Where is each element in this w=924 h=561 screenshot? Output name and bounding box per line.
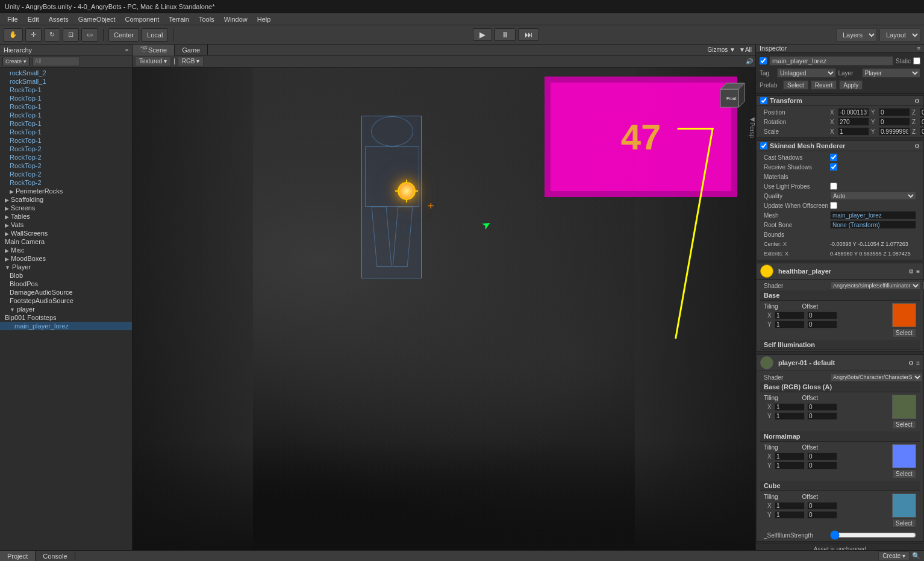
h-item-scaffolding[interactable]: ▶Scaffolding: [0, 195, 132, 204]
tab-game[interactable]: Game: [175, 45, 208, 55]
cube-tiling-x[interactable]: [775, 502, 805, 510]
healthbar-offset-y-field[interactable]: [807, 321, 837, 328]
skinned-mesh-header[interactable]: Skinned Mesh Renderer ⚙: [757, 141, 923, 151]
update-offscreen-checkbox[interactable]: [830, 202, 837, 209]
menu-file[interactable]: File: [2, 14, 23, 24]
hierarchy-create-btn[interactable]: Create ▾: [2, 57, 30, 66]
rgb-btn[interactable]: RGB ▾: [178, 57, 204, 66]
h-item-rocksmall2[interactable]: rockSmall_2: [0, 69, 132, 77]
h-item-rocktop1-3[interactable]: RockTop-1: [0, 102, 132, 111]
prefab-revert-btn[interactable]: Revert: [811, 80, 837, 90]
h-item-moodboxes[interactable]: ▶MoodBoxes: [0, 254, 132, 263]
healthbar-offset-x-field[interactable]: [807, 312, 837, 319]
pos-y-field[interactable]: [879, 108, 910, 116]
healthbar-tiling-y-field[interactable]: [775, 321, 805, 328]
scene-gizmo-cube[interactable]: Front: [714, 77, 751, 113]
transform-active[interactable]: [760, 97, 767, 104]
player-offset-y[interactable]: [807, 412, 837, 420]
cast-shadows-checkbox[interactable]: [830, 154, 837, 161]
scale-y-field[interactable]: [879, 127, 910, 136]
light-probes-checkbox[interactable]: [830, 183, 837, 190]
player-mat-header[interactable]: player-01 - default ⚙ ≡: [757, 355, 923, 371]
scale-x-field[interactable]: [838, 127, 869, 136]
cube-select-btn[interactable]: Select: [892, 519, 916, 528]
player-tex-swatch[interactable]: [892, 395, 916, 419]
transform-gear[interactable]: ⚙: [914, 98, 920, 104]
menu-terrain[interactable]: Terrain: [164, 14, 194, 24]
tag-dropdown[interactable]: Untagged: [777, 68, 836, 78]
norm-select-btn[interactable]: Select: [892, 469, 916, 478]
hierarchy-search[interactable]: [32, 57, 80, 66]
prefab-select-btn[interactable]: Select: [783, 80, 808, 90]
rot-z-field[interactable]: [920, 118, 924, 126]
self-illum-strength-slider[interactable]: [830, 532, 916, 538]
h-item-wallscreens[interactable]: ▶WallScreens: [0, 229, 132, 237]
h-item-rocksmall1[interactable]: rockSmall_1: [0, 77, 132, 86]
hand-tool-btn[interactable]: ✋: [4, 28, 23, 42]
h-item-rocktop2-1[interactable]: RockTop-2: [0, 145, 132, 153]
h-item-main-player-lorez[interactable]: main_player_lorez: [0, 322, 132, 330]
local-btn[interactable]: Local: [142, 28, 168, 42]
h-item-bip001[interactable]: Bip001 Footsteps: [0, 313, 132, 322]
rotate-tool-btn[interactable]: ↻: [44, 28, 60, 42]
center-btn[interactable]: Center: [108, 28, 139, 42]
menu-edit[interactable]: Edit: [23, 14, 44, 24]
h-item-perimeterrocks[interactable]: ▶PerimeterRocks: [0, 187, 132, 195]
h-item-player-sub[interactable]: ▼player: [0, 305, 132, 313]
play-btn[interactable]: ▶: [473, 28, 492, 41]
player-tiling-y[interactable]: [775, 412, 805, 420]
gizmos-btn[interactable]: 🔊: [746, 58, 753, 64]
menu-gameobject[interactable]: GameObject: [73, 14, 120, 24]
menu-component[interactable]: Component: [120, 14, 164, 24]
menu-help[interactable]: Help: [252, 14, 276, 24]
h-item-bloodpos[interactable]: BloodPos: [0, 280, 132, 288]
h-item-rocktop1-5[interactable]: RockTop-1: [0, 119, 132, 128]
rect-tool-btn[interactable]: ▭: [81, 28, 98, 42]
skinned-mesh-active[interactable]: [760, 142, 767, 149]
h-item-rocktop1-4[interactable]: RockTop-1: [0, 111, 132, 119]
healthbar-shader-dropdown[interactable]: AngryBots/SimpleSelfIlluminator: [830, 281, 921, 290]
quality-dropdown[interactable]: Auto: [830, 192, 916, 200]
h-item-rocktop2-2[interactable]: RockTop-2: [0, 153, 132, 161]
norm-offset-y[interactable]: [807, 462, 837, 469]
h-item-player[interactable]: ▼Player: [0, 263, 132, 271]
scale-tool-btn[interactable]: ⊡: [63, 28, 79, 42]
cube-offset-y[interactable]: [807, 511, 837, 519]
scene-view[interactable]: 47: [133, 67, 755, 550]
menu-tools[interactable]: Tools: [194, 14, 219, 24]
menu-assets[interactable]: Assets: [44, 14, 73, 24]
h-item-rocktop2-3[interactable]: RockTop-2: [0, 161, 132, 170]
skinned-mesh-gear[interactable]: ⚙: [914, 143, 920, 149]
player-select-btn[interactable]: Select: [892, 420, 916, 429]
norm-tiling-x[interactable]: [775, 453, 805, 460]
inspector-menu-btn[interactable]: ≡: [917, 45, 920, 51]
hierarchy-menu-btn[interactable]: ≡: [125, 47, 128, 53]
layers-dropdown[interactable]: Layers: [836, 28, 877, 42]
player-offset-x[interactable]: [807, 403, 837, 411]
transform-header[interactable]: Transform ⚙: [757, 96, 923, 106]
h-item-screens[interactable]: ▶Screens: [0, 204, 132, 212]
pos-x-field[interactable]: [838, 108, 869, 116]
player-shader-dropdown[interactable]: AngryBots/Character/CharacterS: [830, 373, 923, 381]
cube-swatch[interactable]: [892, 494, 916, 518]
object-name-field[interactable]: [769, 56, 893, 66]
layer-dropdown[interactable]: Player: [862, 68, 921, 78]
tab-scene[interactable]: 🎬 Scene: [133, 45, 175, 55]
h-item-tables[interactable]: ▶Tables: [0, 212, 132, 221]
h-item-misc[interactable]: ▶Misc: [0, 246, 132, 254]
rot-x-field[interactable]: [838, 118, 869, 126]
player-tiling-x[interactable]: [775, 403, 805, 411]
cube-offset-x[interactable]: [807, 502, 837, 510]
h-item-rocktop1-1[interactable]: RockTop-1: [0, 86, 132, 94]
rot-y-field[interactable]: [879, 118, 910, 126]
h-item-rocktop1-2[interactable]: RockTop-1: [0, 94, 132, 102]
menu-window[interactable]: Window: [219, 14, 252, 24]
h-item-rocktop1-7[interactable]: RockTop-1: [0, 136, 132, 145]
h-item-footstepaudio[interactable]: FootstepAudioSource: [0, 296, 132, 305]
h-item-rocktop2-5[interactable]: RockTop-2: [0, 178, 132, 187]
step-btn[interactable]: ⏭: [518, 28, 539, 41]
textured-btn[interactable]: Textured ▾: [135, 57, 171, 66]
h-item-blob[interactable]: Blob: [0, 271, 132, 280]
h-item-vats[interactable]: ▶Vats: [0, 221, 132, 229]
root-bone-ref[interactable]: None (Transform): [830, 221, 916, 229]
